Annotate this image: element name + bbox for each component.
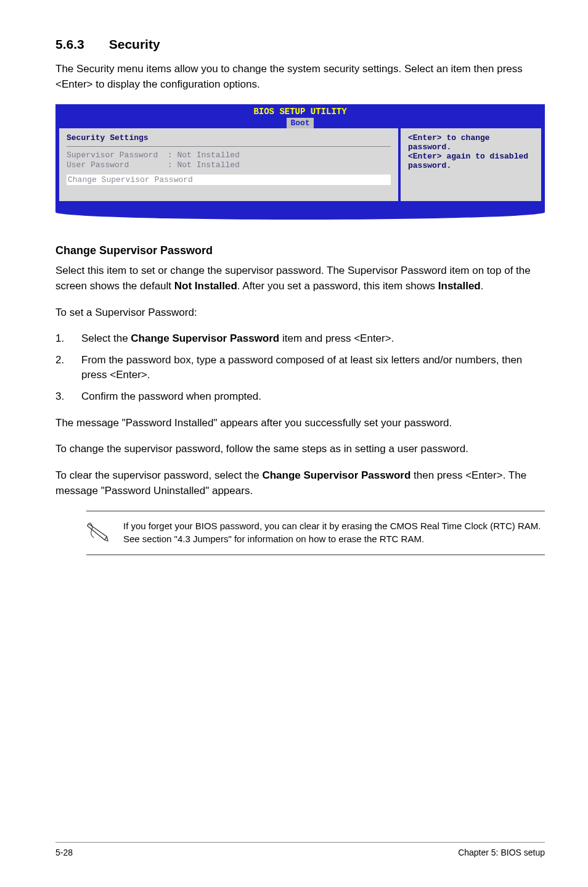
subsection-heading: Change Supervisor Password bbox=[55, 244, 545, 257]
note-text: If you forget your BIOS password, you ca… bbox=[123, 520, 545, 545]
bios-right-pane: <Enter> to change password. <Enter> agai… bbox=[401, 128, 541, 201]
p1-bold-1: Not Installed bbox=[174, 280, 237, 292]
p1-text-b: . After you set a password, this item sh… bbox=[237, 280, 438, 292]
step-content: From the password box, type a password c… bbox=[81, 353, 545, 383]
bios-user-value: : Not Installed bbox=[168, 160, 240, 170]
paragraph-5: To clear the supervisor password, select… bbox=[55, 468, 545, 498]
bios-user-row: User Password : Not Installed bbox=[67, 160, 391, 170]
bios-body: Security Settings Supervisor Password : … bbox=[55, 128, 545, 220]
bios-title: BIOS SETUP UTILITY bbox=[55, 107, 545, 117]
pencil-icon bbox=[86, 520, 123, 546]
p5-bold: Change Supervisor Password bbox=[262, 469, 410, 481]
list-item: 3. Confirm the password when prompted. bbox=[55, 389, 545, 405]
bios-left-pane: Security Settings Supervisor Password : … bbox=[59, 128, 398, 201]
step-content: Confirm the password when prompted. bbox=[81, 389, 545, 405]
section-number: 5.6.3 bbox=[55, 37, 84, 52]
paragraph-4: To change the supervisor password, follo… bbox=[55, 442, 545, 457]
p1-bold-2: Installed bbox=[438, 280, 481, 292]
list-item: 2. From the password box, type a passwor… bbox=[55, 353, 545, 383]
bios-user-label: User Password bbox=[67, 160, 129, 170]
p5-text-a: To clear the supervisor password, select… bbox=[55, 469, 262, 481]
bios-supervisor-value: : Not Installed bbox=[168, 151, 240, 160]
step-number: 1. bbox=[55, 331, 81, 347]
step1-text-b: item and press <Enter>. bbox=[279, 332, 394, 344]
bios-help-line2: <Enter> again to disabled password. bbox=[408, 152, 534, 170]
steps-list: 1. Select the Change Supervisor Password… bbox=[55, 331, 545, 405]
section-heading: 5.6.3Security bbox=[55, 37, 545, 52]
page-footer: 5-28 Chapter 5: BIOS setup bbox=[55, 842, 545, 857]
page-number: 5-28 bbox=[55, 848, 73, 857]
bios-screenshot: BIOS SETUP UTILITY Boot Security Setting… bbox=[55, 104, 545, 220]
bios-supervisor-row: Supervisor Password : Not Installed bbox=[67, 151, 391, 160]
intro-paragraph: The Security menu items allow you to cha… bbox=[55, 62, 545, 92]
step1-text-a: Select the bbox=[81, 332, 131, 344]
p1-text-c: . bbox=[481, 280, 484, 292]
bios-help-line1: <Enter> to change password. bbox=[408, 133, 534, 152]
bios-header: BIOS SETUP UTILITY Boot bbox=[55, 104, 545, 128]
step-content: Select the Change Supervisor Password it… bbox=[81, 331, 545, 347]
bios-supervisor-label: Supervisor Password bbox=[67, 151, 158, 160]
paragraph-3: The message "Password Installed" appears… bbox=[55, 416, 545, 431]
list-item: 1. Select the Change Supervisor Password… bbox=[55, 331, 545, 347]
bios-selected-item: Change Supervisor Password bbox=[67, 175, 391, 185]
bios-tab-boot: Boot bbox=[287, 118, 313, 128]
paragraph-1: Select this item to set or change the su… bbox=[55, 263, 545, 294]
step-number: 2. bbox=[55, 353, 81, 383]
note-box: If you forget your BIOS password, you ca… bbox=[86, 511, 545, 555]
paragraph-2: To set a Supervisor Password: bbox=[55, 305, 545, 321]
section-title: Security bbox=[109, 37, 160, 51]
bios-section-title: Security Settings bbox=[67, 133, 391, 147]
step-number: 3. bbox=[55, 389, 81, 405]
step1-bold: Change Supervisor Password bbox=[131, 332, 279, 344]
chapter-label: Chapter 5: BIOS setup bbox=[458, 848, 545, 857]
